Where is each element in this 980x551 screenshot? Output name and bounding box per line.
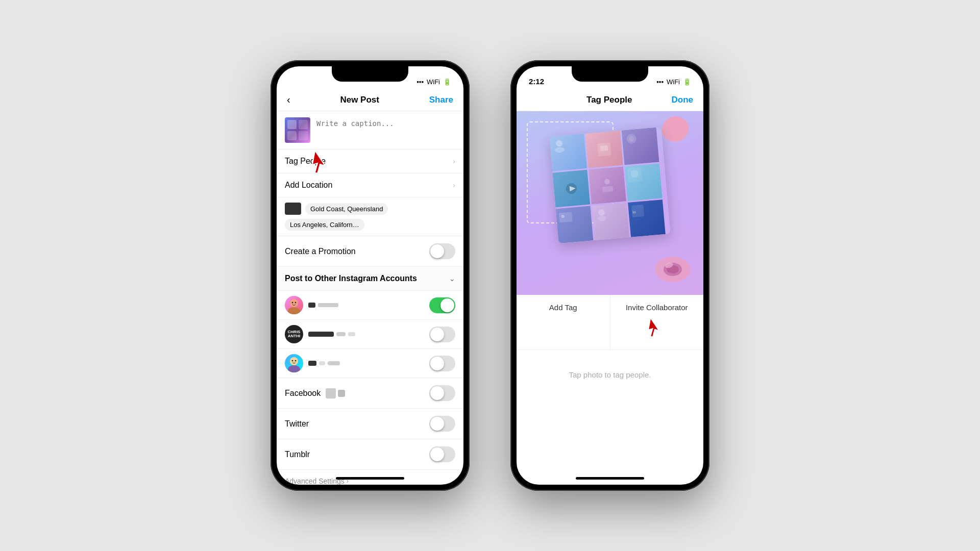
account-name-bars-3 [308,361,424,366]
svg-point-6 [292,360,293,362]
name-bar [328,361,340,365]
signal-icon-right: ▪▪▪ [656,78,664,86]
avatar-face-1 [285,296,303,314]
account-toggle-2[interactable] [429,327,455,342]
name-bar [319,361,325,365]
twitter-toggle[interactable] [429,416,455,432]
account-toggle-3[interactable] [429,356,455,371]
nav-bar-right: Tag People Done [517,89,703,111]
location-tags-row: Gold Coast, Queensland Los Angeles, Cali… [277,197,463,236]
nav-bar-left: ‹ New Post Share [277,89,463,111]
tag-people-row[interactable]: Tag People › [277,149,463,173]
svg-rect-16 [602,186,614,192]
fb-icon-2 [338,390,345,397]
svg-point-3 [295,302,297,304]
name-bar [348,332,355,336]
add-location-row[interactable]: Add Location › [277,173,463,197]
twitter-row[interactable]: Twitter [277,409,463,439]
location-block-icon [285,203,301,215]
caption-row [277,111,463,149]
collage-cell-7 [556,206,594,244]
collage-cell-3 [622,128,659,165]
svg-point-7 [295,360,297,362]
right-phone: 2:12 ▪▪▪ WiFi 🔋 Tag People Done [510,60,709,491]
wifi-icon-right: WiFi [667,78,680,86]
signal-icon: ▪▪▪ [416,78,424,86]
collage-cell-2 [585,131,623,168]
left-phone: ▪▪▪ WiFi 🔋 ‹ New Post Share Tag People › [271,60,470,491]
svg-point-5 [288,365,300,372]
name-bar [318,303,338,307]
status-icons-left: ▪▪▪ WiFi 🔋 [416,78,451,86]
collage-cell-4 [552,170,590,208]
account-avatar-3 [285,354,303,372]
toggle-knob-3 [430,357,444,370]
twitter-label: Twitter [285,419,309,429]
content-left: Tag People › Add Location › Gold Coast, [277,111,463,485]
facebook-icons [326,388,345,398]
tumblr-label: Tumblr [285,450,310,459]
toggle-knob [430,244,444,258]
add-location-label: Add Location [285,181,332,190]
facebook-label: Facebook [285,389,321,398]
invite-collaborator-button[interactable]: Invite Collaborator [610,295,704,349]
notch [332,66,408,82]
location-tag-1[interactable]: Gold Coast, Queensland [305,203,388,215]
promotion-toggle[interactable] [429,243,455,259]
chevron-right-icon-2: › [453,181,455,189]
svg-point-4 [290,357,298,365]
svg-point-8 [556,140,563,147]
svg-point-2 [292,302,293,304]
account-info-2 [308,332,424,337]
svg-point-0 [290,299,298,307]
facebook-toggle[interactable] [429,385,455,401]
account-row-3 [277,349,463,378]
account-toggle-1[interactable] [429,297,455,313]
collage-cell-8 [592,203,629,240]
status-time-right: 2:12 [529,77,544,86]
chevron-right-icon: › [453,157,455,165]
name-bar [336,332,346,336]
name-bar [308,332,334,337]
toggle-knob-tumb [430,447,444,461]
status-icons-right: ▪▪▪ WiFi 🔋 [656,78,691,86]
collage-cell-1 [549,134,587,171]
svg-text:in: in [632,210,636,215]
svg-point-9 [555,147,565,153]
page-title-right: Tag People [586,95,632,105]
post-other-label: Post to Other Instagram Accounts [285,274,417,283]
account-name-bars-1 [308,303,424,308]
chevron-down-icon: ⌄ [449,274,455,283]
name-bar [308,361,316,366]
add-tag-button[interactable]: Add Tag [517,295,610,349]
svg-point-15 [604,179,610,184]
tumblr-row[interactable]: Tumblr [277,439,463,470]
avatar-label: CHRISANTHI [288,330,301,338]
collage-grid: in [549,127,670,243]
tumblr-toggle[interactable] [429,446,455,462]
post-other-accounts-row[interactable]: Post to Other Instagram Accounts ⌄ [277,267,463,291]
facebook-left: Facebook [285,388,345,398]
svg-point-1 [288,307,300,314]
battery-icon: 🔋 [443,78,451,86]
collage-cell-5 [589,167,626,205]
home-indicator-right [576,477,644,480]
tag-bottom: Add Tag Invite Collaborator Tap photo to… [517,295,703,485]
fb-icon-1 [326,388,336,398]
svg-rect-11 [600,145,608,152]
photo-collage: in [554,132,666,254]
caption-input[interactable] [316,117,455,136]
3d-donut [652,254,693,285]
avatar-face-3 [285,354,303,372]
battery-icon-right: 🔋 [683,78,691,86]
back-button[interactable]: ‹ [287,94,290,106]
location-tag-2[interactable]: Los Angeles, Californ… [285,219,364,231]
create-promotion-row[interactable]: Create a Promotion [277,236,463,267]
tap-hint: Tap photo to tag people. [517,350,703,399]
invite-collaborator-label: Invite Collaborator [626,303,688,312]
facebook-row[interactable]: Facebook [277,378,463,409]
tag-photo-area[interactable]: in [517,111,703,295]
share-button[interactable]: Share [429,95,453,105]
done-button[interactable]: Done [672,95,694,105]
wifi-icon: WiFi [427,78,440,86]
